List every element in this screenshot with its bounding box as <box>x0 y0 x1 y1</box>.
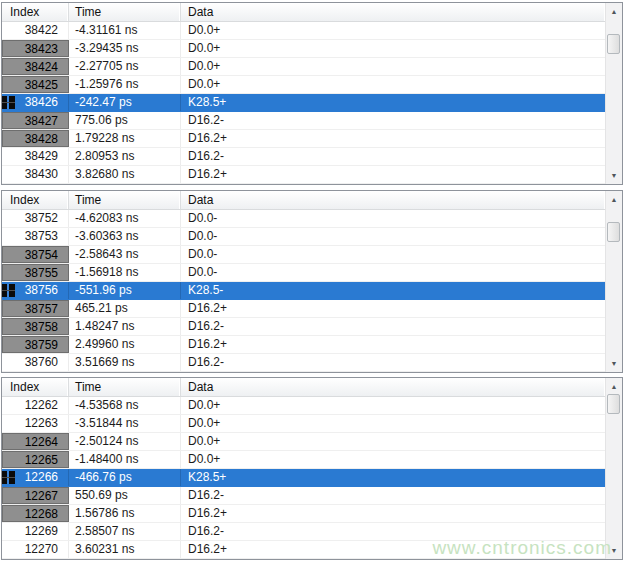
scroll-down-icon[interactable]: ▼ <box>606 355 622 372</box>
cell-time: -3.51844 ns <box>69 415 181 432</box>
cell-data: D16.2- <box>181 148 605 165</box>
cell-time: 2.58507 ns <box>69 523 181 540</box>
table-row[interactable]: 12263 -3.51844 ns D0.0+ <box>2 415 605 433</box>
table-row[interactable]: 38426 -242.47 ps K28.5+ <box>2 94 605 112</box>
table-row[interactable]: 12264 -2.50124 ns D0.0+ <box>2 433 605 451</box>
table-header: Index Time Data <box>2 191 605 210</box>
table-body: 38422 -4.31161 ns D0.0+ 38423 -3.29435 n… <box>2 22 605 184</box>
table: Index Time Data 38752 -4.62083 ns D0.0- … <box>2 191 605 372</box>
column-header-time[interactable]: Time <box>69 3 181 21</box>
cell-index: 38422 <box>2 22 69 39</box>
column-header-index[interactable]: Index <box>2 3 69 21</box>
scrollbar-thumb[interactable] <box>607 222 620 242</box>
table-row[interactable]: 38425 -1.25976 ns D0.0+ <box>2 76 605 94</box>
listing-panel-3: Index Time Data 12262 -4.53568 ns D0.0+ … <box>1 377 623 560</box>
table-header: Index Time Data <box>2 3 605 22</box>
scroll-down-icon[interactable]: ▼ <box>606 542 622 559</box>
cell-index: 38424 <box>2 58 69 75</box>
cell-index: 12264 <box>2 433 69 450</box>
cell-data: D0.0+ <box>181 40 605 57</box>
row-marker-icon <box>2 284 15 297</box>
cell-time: -1.25976 ns <box>69 76 181 93</box>
table-row[interactable]: 38759 2.49960 ns D16.2+ <box>2 336 605 354</box>
cell-index: 12262 <box>2 397 69 414</box>
cell-index: 12268 <box>2 505 69 522</box>
cell-index: 38757 <box>2 300 69 317</box>
cell-time: -1.48400 ns <box>69 451 181 468</box>
scrollbar-thumb[interactable] <box>607 394 620 414</box>
table-row[interactable]: 38754 -2.58643 ns D0.0- <box>2 246 605 264</box>
table-row[interactable]: 38755 -1.56918 ns D0.0- <box>2 264 605 282</box>
table-row[interactable]: 38422 -4.31161 ns D0.0+ <box>2 22 605 40</box>
table-body: 38752 -4.62083 ns D0.0- 38753 -3.60363 n… <box>2 210 605 372</box>
column-header-time[interactable]: Time <box>69 191 181 209</box>
cell-data: D0.0+ <box>181 397 605 414</box>
column-header-time[interactable]: Time <box>69 378 181 396</box>
cell-data: D0.0- <box>181 228 605 245</box>
cell-index: 38423 <box>2 40 69 57</box>
cell-time: -2.27705 ns <box>69 58 181 75</box>
table-row[interactable]: 12262 -4.53568 ns D0.0+ <box>2 397 605 415</box>
scroll-up-icon[interactable]: ▲ <box>606 378 622 395</box>
cell-index: 38430 <box>2 166 69 183</box>
cell-time: -551.96 ps <box>69 282 181 299</box>
cell-data: D0.0+ <box>181 22 605 39</box>
column-header-index[interactable]: Index <box>2 378 69 396</box>
scroll-up-icon[interactable]: ▲ <box>606 3 622 20</box>
table-row[interactable]: 12267 550.69 ps D16.2- <box>2 487 605 505</box>
cell-data: D16.2- <box>181 354 605 371</box>
cell-time: -4.31161 ns <box>69 22 181 39</box>
cell-index: 38755 <box>2 264 69 281</box>
table-row[interactable]: 12269 2.58507 ns D16.2- <box>2 523 605 541</box>
cell-index: 12269 <box>2 523 69 540</box>
table-row[interactable]: 38428 1.79228 ns D16.2+ <box>2 130 605 148</box>
row-marker-icon <box>2 471 15 484</box>
scroll-up-icon[interactable]: ▲ <box>606 191 622 208</box>
table-row[interactable]: 38758 1.48247 ns D16.2- <box>2 318 605 336</box>
cell-index: 38759 <box>2 336 69 353</box>
cell-data: K28.5+ <box>181 94 605 111</box>
listing-panel-2: Index Time Data 38752 -4.62083 ns D0.0- … <box>1 190 623 373</box>
table-row[interactable]: 38430 3.82680 ns D16.2+ <box>2 166 605 184</box>
cell-index: 38760 <box>2 354 69 371</box>
cell-time: 3.51669 ns <box>69 354 181 371</box>
scrollbar-thumb[interactable] <box>607 34 620 54</box>
table-row[interactable]: 38757 465.21 ps D16.2+ <box>2 300 605 318</box>
vertical-scrollbar[interactable]: ▲ ▼ <box>605 378 622 559</box>
column-header-data[interactable]: Data <box>181 3 605 21</box>
table-row[interactable]: 38753 -3.60363 ns D0.0- <box>2 228 605 246</box>
cell-index: 38752 <box>2 210 69 227</box>
vertical-scrollbar[interactable]: ▲ ▼ <box>605 191 622 372</box>
table-row[interactable]: 38429 2.80953 ns D16.2- <box>2 148 605 166</box>
cell-time: -2.50124 ns <box>69 433 181 450</box>
cell-index: 38758 <box>2 318 69 335</box>
cell-time: 775.06 ps <box>69 112 181 129</box>
table-row[interactable]: 38427 775.06 ps D16.2- <box>2 112 605 130</box>
cell-time: 3.82680 ns <box>69 166 181 183</box>
table-row[interactable]: 38424 -2.27705 ns D0.0+ <box>2 58 605 76</box>
table-row[interactable]: 38760 3.51669 ns D16.2- <box>2 354 605 372</box>
cell-data: K28.5+ <box>181 469 605 486</box>
column-header-data[interactable]: Data <box>181 378 605 396</box>
column-header-data[interactable]: Data <box>181 191 605 209</box>
cell-data: D0.0+ <box>181 76 605 93</box>
cell-time: 1.56786 ns <box>69 505 181 522</box>
cell-data: D16.2- <box>181 112 605 129</box>
cell-time: -466.76 ps <box>69 469 181 486</box>
cell-time: 1.79228 ns <box>69 130 181 147</box>
table-row[interactable]: 12270 3.60231 ns D16.2+ <box>2 541 605 559</box>
table-row[interactable]: 38756 -551.96 ps K28.5- <box>2 282 605 300</box>
table: Index Time Data 38422 -4.31161 ns D0.0+ … <box>2 3 605 184</box>
cell-index: 38429 <box>2 148 69 165</box>
table-row[interactable]: 38752 -4.62083 ns D0.0- <box>2 210 605 228</box>
cell-time: 1.48247 ns <box>69 318 181 335</box>
table-row[interactable]: 38423 -3.29435 ns D0.0+ <box>2 40 605 58</box>
row-marker-icon <box>2 96 15 109</box>
table-row[interactable]: 12268 1.56786 ns D16.2+ <box>2 505 605 523</box>
vertical-scrollbar[interactable]: ▲ ▼ <box>605 3 622 184</box>
column-header-index[interactable]: Index <box>2 191 69 209</box>
table-row[interactable]: 12266 -466.76 ps K28.5+ <box>2 469 605 487</box>
cell-time: 3.60231 ns <box>69 541 181 558</box>
scroll-down-icon[interactable]: ▼ <box>606 167 622 184</box>
table-row[interactable]: 12265 -1.48400 ns D0.0+ <box>2 451 605 469</box>
